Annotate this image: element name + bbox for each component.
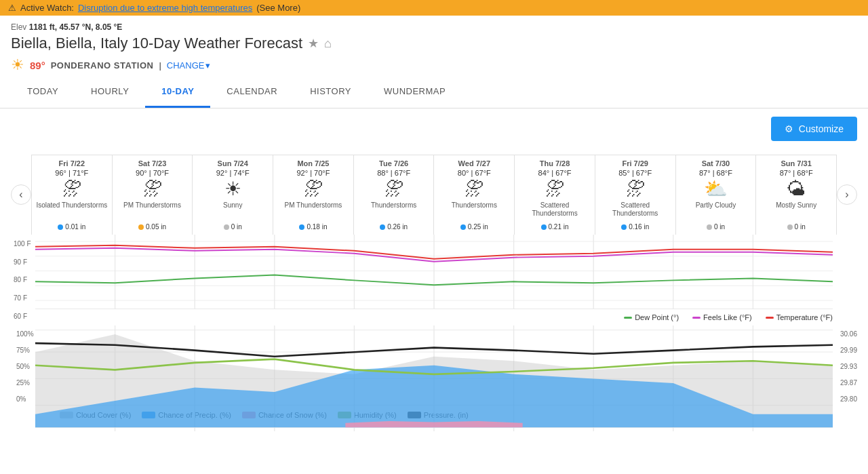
forecast-condition: Isolated Thunderstorms (35, 201, 109, 220)
next-arrow[interactable]: › (837, 184, 857, 205)
pressure-4: 29.87 (840, 379, 857, 387)
temp-label-70: 70 F (14, 294, 31, 302)
pressure-y-labels: 30.06 29.99 29.93 29.87 29.80 (840, 325, 857, 407)
forecast-condition: Thunderstorms (357, 201, 431, 220)
forecast-condition: Partly Cloudy (679, 201, 753, 220)
dewpoint-swatch (624, 317, 632, 319)
alert-link[interactable]: Disruption due to extreme high temperatu… (78, 3, 252, 13)
chevron-down-icon: ▾ (205, 60, 210, 71)
favorite-icon[interactable]: ★ (308, 36, 319, 51)
current-temp: 89° (30, 60, 45, 71)
forecast-precip: 0.21 in (517, 223, 592, 231)
precip-value: 0.01 in (65, 223, 85, 231)
tab-calendar[interactable]: CALENDAR (210, 77, 294, 108)
forecast-grid: Fri 7/22 96° | 71°F ⛈ Isolated Thunderst… (31, 155, 837, 235)
prev-arrow[interactable]: ‹ (11, 184, 31, 205)
temp-label-100: 100 F (14, 240, 31, 248)
weather-icon: ⛈ (437, 180, 511, 199)
precip-value: 0.21 in (549, 223, 569, 231)
weather-icon: ⛈ (35, 180, 109, 199)
forecast-day: Tue 7/26 88° | 67°F ⛈ Thunderstorms 0.26… (354, 155, 435, 235)
temp-label-80: 80 F (14, 276, 31, 283)
forecast-date: Wed 7/27 (437, 159, 511, 167)
temp-chart-legend: Dew Point (°) Feels Like (°F) Temperatur… (35, 309, 833, 325)
tab-10day[interactable]: 10-DAY (145, 77, 210, 108)
legend-dewpoint: Dew Point (°) (624, 313, 679, 321)
precip-dot (138, 224, 144, 230)
forecast-date: Mon 7/25 (276, 159, 351, 167)
customize-label: Customize (799, 123, 844, 134)
alert-bar: ⚠ Active Watch: Disruption due to extrem… (0, 0, 868, 16)
home-icon[interactable]: ⌂ (324, 37, 332, 51)
header: Elev 1181 ft, 45.57 °N, 8.05 °E Biella, … (0, 16, 868, 77)
forecast-temps: 96° | 71°F (35, 169, 109, 177)
tab-hourly[interactable]: HOURLY (75, 77, 145, 108)
customize-button[interactable]: ⚙ Customize (771, 117, 857, 141)
feelslike-label: Feels Like (°F) (703, 313, 752, 321)
precip-value: 0.25 in (468, 223, 488, 231)
precip-value: 0 in (714, 223, 725, 231)
precip-value: 0 in (231, 223, 242, 231)
precip-dot (460, 224, 466, 230)
pct-0: 0% (16, 395, 34, 403)
forecast-day: Sat 7/30 87° | 68°F ⛅ Partly Cloudy 0 in (676, 155, 757, 235)
divider: | (159, 60, 161, 71)
forecast-date: Fri 7/22 (35, 159, 109, 167)
forecast-temps: 84° | 67°F (517, 169, 592, 177)
forecast-temps: 92° | 70°F (276, 169, 351, 177)
forecast-temps: 87° | 68°F (679, 169, 753, 177)
precip-dot (380, 224, 385, 230)
secondary-chart (35, 325, 833, 407)
tab-today[interactable]: TODAY (11, 77, 75, 108)
forecast-day: Fri 7/22 96° | 71°F ⛈ Isolated Thunderst… (32, 155, 113, 235)
precip-dot (707, 224, 712, 230)
forecast-precip: 0.05 in (115, 223, 190, 231)
precip-dot (621, 224, 627, 230)
precip-dot (58, 224, 63, 230)
pct-50: 50% (16, 363, 34, 370)
change-link[interactable]: CHANGE ▾ (167, 60, 211, 71)
forecast-precip: 0.01 in (35, 223, 109, 231)
forecast-condition: Scattered Thunderstorms (517, 201, 592, 220)
forecast-date: Tue 7/26 (357, 159, 431, 167)
station-name: PONDERANO STATION (51, 60, 154, 71)
forecast-precip: 0 in (759, 223, 833, 231)
precip-value: 0.16 in (629, 223, 649, 231)
change-label: CHANGE (167, 60, 205, 71)
legend-temperature: Temperature (°F) (766, 313, 833, 321)
forecast-day: Fri 7/29 85° | 67°F ⛈ Scattered Thunders… (595, 155, 676, 235)
temp-label-90: 90 F (14, 258, 31, 266)
gear-icon: ⚙ (785, 123, 793, 134)
precip-dot (224, 224, 229, 230)
forecast-day: Sat 7/23 90° | 70°F ⛈ PM Thunderstorms 0… (113, 155, 193, 235)
pct-75: 75% (16, 347, 34, 354)
tab-wundermap[interactable]: WUNDERMAP (368, 77, 462, 108)
precip-dot (299, 224, 304, 230)
temp-label-60: 60 F (14, 313, 31, 320)
forecast-day: Sun 7/31 87° | 68°F 🌤 Mostly Sunny 0 in (756, 155, 837, 235)
forecast-day: Mon 7/25 92° | 70°F ⛈ PM Thunderstorms 0… (273, 155, 354, 235)
page-title: Biella, Biella, Italy 10-Day Weather For… (11, 35, 302, 52)
pressure-1: 30.06 (840, 330, 857, 338)
forecast-date: Sun 7/31 (759, 159, 833, 167)
forecast-date: Sat 7/30 (679, 159, 753, 167)
temperature-swatch (766, 317, 774, 319)
temperature-label: Temperature (°F) (776, 313, 833, 321)
weather-icon: ⛈ (517, 180, 592, 199)
forecast-date: Sun 7/24 (195, 159, 270, 167)
temp-y-labels: 100 F 90 F 80 F 70 F 60 F (14, 235, 31, 325)
tab-history[interactable]: HISTORY (294, 77, 368, 108)
pressure-3: 29.93 (840, 363, 857, 370)
forecast-precip: 0.25 in (437, 223, 511, 231)
nav-tabs: TODAY HOURLY 10-DAY CALENDAR HISTORY WUN… (0, 77, 868, 108)
weather-icon: ⛈ (357, 180, 431, 199)
forecast-condition: PM Thunderstorms (276, 201, 351, 220)
secondary-y-labels-left: 100% 75% 50% 25% 0% (16, 325, 34, 407)
forecast-day: Wed 7/27 80° | 67°F ⛈ Thunderstorms 0.25… (434, 155, 515, 235)
forecast-date: Fri 7/29 (598, 159, 673, 167)
precip-dot (787, 224, 793, 230)
alert-text: Active Watch: (20, 3, 74, 13)
pressure-2: 29.99 (840, 347, 857, 354)
forecast-temps: 87° | 68°F (759, 169, 833, 177)
feelslike-swatch (692, 317, 701, 319)
